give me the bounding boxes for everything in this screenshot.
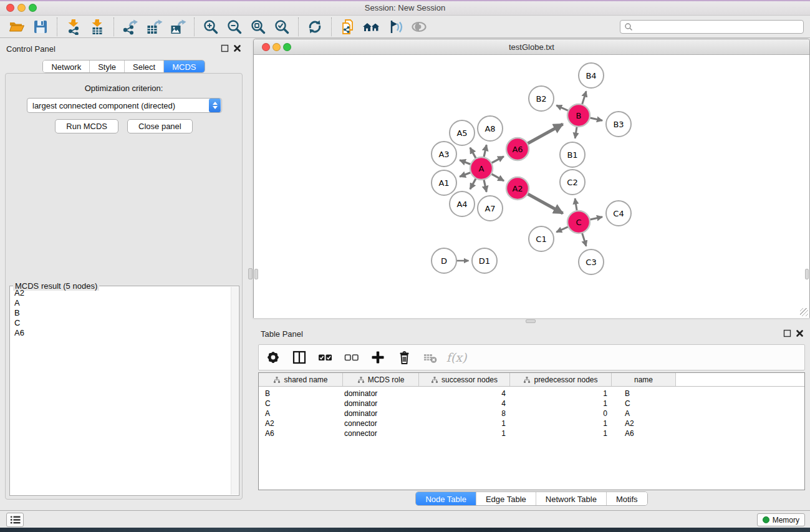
- window-resize-grip[interactable]: [800, 308, 808, 316]
- graph-node-B3[interactable]: B3: [606, 112, 631, 137]
- graph-node-C3[interactable]: C3: [579, 249, 604, 274]
- graph-node-A7[interactable]: A7: [478, 196, 503, 221]
- import-table-button[interactable]: [85, 17, 109, 37]
- tab-network-table[interactable]: Network Table: [536, 492, 606, 505]
- left-scrollbar-thumb[interactable]: [254, 269, 258, 279]
- split-panel-button[interactable]: [290, 348, 309, 367]
- result-item[interactable]: B: [11, 308, 231, 318]
- home-button[interactable]: [360, 17, 383, 37]
- toolbar-separator: [194, 17, 195, 36]
- right-scrollbar-thumb[interactable]: [805, 269, 809, 279]
- result-item[interactable]: A: [11, 298, 231, 308]
- graph-node-A3[interactable]: A3: [432, 142, 456, 167]
- column-header-MCDS-role[interactable]: MCDS role: [343, 373, 419, 386]
- open-folder-icon: [9, 19, 26, 35]
- close-panel-button[interactable]: Close panel: [127, 119, 193, 133]
- zoom-fit-button[interactable]: [246, 17, 270, 37]
- splitter-handle[interactable]: [526, 319, 536, 323]
- graph-node-C[interactable]: C: [567, 211, 590, 233]
- open-session-button[interactable]: [5, 17, 29, 37]
- graph-node-A[interactable]: A: [470, 157, 493, 180]
- result-item[interactable]: C: [11, 318, 231, 328]
- graph-node-B2[interactable]: B2: [529, 86, 554, 111]
- refresh-button[interactable]: [303, 17, 327, 37]
- network-window-titlebar[interactable]: testGlobe.txt: [254, 39, 809, 55]
- close-panel-icon[interactable]: [796, 329, 804, 337]
- save-session-button[interactable]: [29, 17, 52, 37]
- tab-node-table[interactable]: Node Table: [416, 492, 476, 505]
- graph-node-B[interactable]: B: [567, 104, 590, 127]
- graph-node-C2[interactable]: C2: [560, 170, 585, 195]
- column-header-shared-name[interactable]: shared name: [259, 373, 343, 386]
- tab-style[interactable]: Style: [89, 60, 124, 72]
- tab-motifs[interactable]: Motifs: [606, 492, 647, 505]
- table-row[interactable]: Cdominator41C: [259, 399, 804, 409]
- deselect-all-columns-button[interactable]: [342, 348, 361, 367]
- network-canvas[interactable]: AA1A2A3A4A5A6A7A8BB1B2B3B4CC1C2C3C4DD1: [254, 56, 809, 318]
- memory-button[interactable]: Memory: [757, 513, 805, 526]
- horizontal-splitter[interactable]: [253, 318, 810, 324]
- svg-text:C4: C4: [613, 209, 624, 218]
- result-item[interactable]: A6: [11, 328, 231, 338]
- cell: A2: [259, 418, 343, 428]
- search-field[interactable]: [620, 20, 804, 34]
- function-builder-button: f(x): [447, 348, 466, 367]
- graph-node-A5[interactable]: A5: [450, 120, 475, 145]
- export-network-button[interactable]: [118, 17, 142, 37]
- column-header-successor-nodes[interactable]: successor nodes: [419, 373, 510, 386]
- graph-node-D[interactable]: D: [432, 248, 456, 273]
- network-from-selection-button[interactable]: [336, 17, 360, 37]
- table-settings-button[interactable]: [264, 348, 282, 367]
- delete-column-button[interactable]: [395, 348, 413, 367]
- graph-node-A1[interactable]: A1: [432, 170, 456, 195]
- graph-node-C4[interactable]: C4: [606, 201, 631, 226]
- graph-node-A6[interactable]: A6: [506, 138, 529, 160]
- create-column-button[interactable]: [369, 348, 387, 367]
- optimization-criterion-select[interactable]: largest connected component (directed): [27, 98, 222, 113]
- network-graph[interactable]: AA1A2A3A4A5A6A7A8BB1B2B3B4CC1C2C3C4DD1: [254, 56, 809, 318]
- tab-select[interactable]: Select: [124, 60, 163, 72]
- result-scrollbar[interactable]: [231, 287, 238, 495]
- fx-icon: f(x): [446, 351, 467, 364]
- column-header-predecessor-nodes[interactable]: predecessor nodes: [510, 373, 612, 386]
- table-row[interactable]: Bdominator41B: [259, 389, 804, 399]
- table-row[interactable]: Adominator80A: [259, 409, 804, 418]
- task-history-button[interactable]: [6, 513, 24, 527]
- tab-edge-table[interactable]: Edge Table: [476, 492, 536, 505]
- import-network-button[interactable]: [62, 17, 85, 37]
- graph-node-B4[interactable]: B4: [579, 63, 604, 88]
- result-item[interactable]: A2: [11, 288, 231, 298]
- graphics-details-button[interactable]: [383, 17, 407, 37]
- search-icon: [624, 22, 633, 31]
- zoom-in-button[interactable]: [199, 17, 223, 37]
- run-mcds-button[interactable]: Run MCDS: [55, 119, 118, 133]
- window-title: Session: New Session: [0, 3, 810, 12]
- graph-node-B1[interactable]: B1: [560, 142, 585, 167]
- export-image-button[interactable]: [166, 17, 190, 37]
- table-row[interactable]: A6connector11A6: [259, 428, 804, 438]
- tab-network[interactable]: Network: [43, 60, 89, 72]
- graph-node-A2[interactable]: A2: [506, 177, 529, 200]
- float-panel-icon[interactable]: [783, 329, 791, 337]
- svg-text:D1: D1: [479, 256, 490, 266]
- graph-node-C1[interactable]: C1: [529, 226, 554, 251]
- close-panel-icon[interactable]: [233, 44, 241, 52]
- search-input[interactable]: [635, 22, 799, 31]
- zoom-out-icon: [226, 19, 243, 35]
- svg-text:A8: A8: [485, 124, 495, 133]
- splitter-handle[interactable]: [248, 268, 253, 279]
- vertical-splitter[interactable]: [248, 38, 253, 510]
- mcds-result-list[interactable]: A2ABCA6: [11, 288, 231, 495]
- graph-node-D1[interactable]: D1: [472, 248, 497, 273]
- export-table-button[interactable]: [142, 17, 166, 37]
- graph-node-A4[interactable]: A4: [450, 191, 475, 216]
- select-all-columns-button[interactable]: [316, 348, 335, 367]
- eye-icon: [410, 19, 428, 35]
- graph-node-A8[interactable]: A8: [478, 116, 503, 141]
- tab-mcds[interactable]: MCDS: [163, 60, 204, 72]
- float-panel-icon[interactable]: [221, 44, 229, 52]
- zoom-out-button[interactable]: [223, 17, 246, 37]
- table-row[interactable]: A2connector11A2: [259, 418, 804, 428]
- zoom-selected-button[interactable]: [270, 17, 294, 37]
- column-header-name[interactable]: name: [612, 373, 676, 386]
